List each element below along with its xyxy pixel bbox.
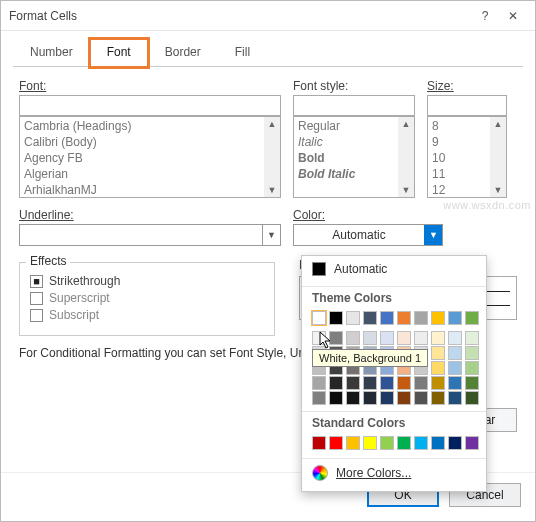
color-swatch[interactable] — [380, 311, 394, 325]
color-swatch[interactable] — [363, 391, 377, 405]
list-item[interactable]: Algerian — [22, 166, 278, 182]
font-style-listbox[interactable]: Regular Italic Bold Bold Italic ▲▼ — [293, 116, 415, 198]
color-swatch[interactable] — [397, 331, 411, 345]
color-swatch[interactable] — [380, 376, 394, 390]
color-swatch[interactable] — [346, 391, 360, 405]
color-swatch[interactable] — [431, 376, 445, 390]
list-item[interactable]: Calibri (Body) — [22, 134, 278, 150]
underline-combo[interactable]: ▼ — [19, 224, 281, 246]
color-swatch[interactable] — [329, 331, 343, 345]
scroll-up-icon[interactable]: ▲ — [402, 117, 411, 131]
size-listbox[interactable]: 8 9 10 11 12 14 ▲▼ — [427, 116, 507, 198]
font-input[interactable] — [19, 95, 281, 116]
color-swatch[interactable] — [431, 391, 445, 405]
color-swatch[interactable] — [363, 436, 377, 450]
color-swatch[interactable] — [448, 376, 462, 390]
color-swatch[interactable] — [397, 436, 411, 450]
color-swatch[interactable] — [431, 361, 445, 375]
color-swatch[interactable] — [312, 376, 326, 390]
color-swatch[interactable] — [414, 331, 428, 345]
color-swatch[interactable] — [346, 436, 360, 450]
color-swatch[interactable] — [312, 311, 326, 325]
list-item[interactable]: Italic — [296, 134, 412, 150]
color-swatch[interactable] — [380, 436, 394, 450]
color-swatch[interactable] — [448, 361, 462, 375]
color-swatch[interactable] — [329, 391, 343, 405]
color-swatch[interactable] — [414, 376, 428, 390]
strikethrough-checkbox[interactable]: ■ Strikethrough — [30, 274, 264, 288]
color-swatch[interactable] — [448, 391, 462, 405]
scroll-down-icon[interactable]: ▼ — [402, 183, 411, 197]
color-swatch[interactable] — [329, 436, 343, 450]
font-listbox[interactable]: Cambria (Headings) Calibri (Body) Agency… — [19, 116, 281, 198]
color-swatch[interactable] — [397, 391, 411, 405]
subscript-checkbox[interactable]: Subscript — [30, 308, 264, 322]
tab-fill[interactable]: Fill — [218, 39, 267, 67]
chevron-down-icon[interactable]: ▼ — [262, 225, 280, 245]
color-swatch[interactable] — [465, 391, 479, 405]
color-swatch[interactable] — [431, 331, 445, 345]
tab-number[interactable]: Number — [13, 39, 90, 67]
scrollbar[interactable]: ▲▼ — [264, 117, 280, 197]
format-cells-dialog: Format Cells ? ✕ Number Font Border Fill… — [0, 0, 536, 522]
size-input[interactable] — [427, 95, 507, 116]
font-style-input[interactable] — [293, 95, 415, 116]
color-swatch[interactable] — [465, 436, 479, 450]
color-swatch[interactable] — [465, 376, 479, 390]
scroll-up-icon[interactable]: ▲ — [268, 117, 277, 131]
color-wheel-icon — [312, 465, 328, 481]
tab-border[interactable]: Border — [148, 39, 218, 67]
list-item[interactable]: Bold Italic — [296, 166, 412, 182]
color-swatch[interactable] — [414, 311, 428, 325]
color-swatch[interactable] — [329, 311, 343, 325]
chevron-down-icon[interactable]: ▼ — [424, 225, 442, 245]
color-swatch[interactable] — [346, 311, 360, 325]
list-item[interactable]: Cambria (Headings) — [22, 118, 278, 134]
scroll-down-icon[interactable]: ▼ — [268, 183, 277, 197]
color-swatch[interactable] — [363, 376, 377, 390]
color-swatch[interactable] — [312, 331, 326, 345]
color-swatch[interactable] — [448, 311, 462, 325]
tab-strip: Number Font Border Fill — [13, 39, 523, 67]
help-button[interactable]: ? — [471, 4, 499, 28]
list-item[interactable]: Bold — [296, 150, 412, 166]
color-swatch[interactable] — [329, 376, 343, 390]
color-swatch[interactable] — [465, 346, 479, 360]
color-swatch[interactable] — [431, 436, 445, 450]
scroll-down-icon[interactable]: ▼ — [494, 183, 503, 197]
theme-colors-header: Theme Colors — [302, 286, 486, 307]
effects-legend: Effects — [26, 254, 70, 268]
color-swatch[interactable] — [312, 436, 326, 450]
list-item[interactable]: Regular — [296, 118, 412, 134]
color-swatch[interactable] — [448, 346, 462, 360]
color-swatch[interactable] — [431, 311, 445, 325]
list-item[interactable]: Agency FB — [22, 150, 278, 166]
list-item[interactable]: ArhialkhanMJ — [22, 182, 278, 198]
color-swatch[interactable] — [465, 311, 479, 325]
color-swatch[interactable] — [380, 331, 394, 345]
color-swatch[interactable] — [465, 331, 479, 345]
color-swatch[interactable] — [363, 331, 377, 345]
color-swatch[interactable] — [414, 436, 428, 450]
tab-font[interactable]: Font — [90, 39, 148, 67]
more-colors-option[interactable]: More Colors... — [302, 458, 486, 485]
color-swatch[interactable] — [380, 391, 394, 405]
scrollbar[interactable]: ▲▼ — [490, 117, 506, 197]
close-button[interactable]: ✕ — [499, 4, 527, 28]
color-swatch[interactable] — [448, 436, 462, 450]
scrollbar[interactable]: ▲▼ — [398, 117, 414, 197]
color-combo[interactable]: Automatic ▼ — [293, 224, 443, 246]
color-swatch[interactable] — [465, 361, 479, 375]
color-swatch[interactable] — [312, 391, 326, 405]
color-swatch[interactable] — [346, 376, 360, 390]
scroll-up-icon[interactable]: ▲ — [494, 117, 503, 131]
color-swatch[interactable] — [397, 311, 411, 325]
color-swatch[interactable] — [431, 346, 445, 360]
color-swatch[interactable] — [397, 376, 411, 390]
automatic-color-option[interactable]: Automatic — [302, 256, 486, 282]
color-swatch[interactable] — [346, 331, 360, 345]
superscript-checkbox[interactable]: Superscript — [30, 291, 264, 305]
color-swatch[interactable] — [448, 331, 462, 345]
color-swatch[interactable] — [363, 311, 377, 325]
color-swatch[interactable] — [414, 391, 428, 405]
